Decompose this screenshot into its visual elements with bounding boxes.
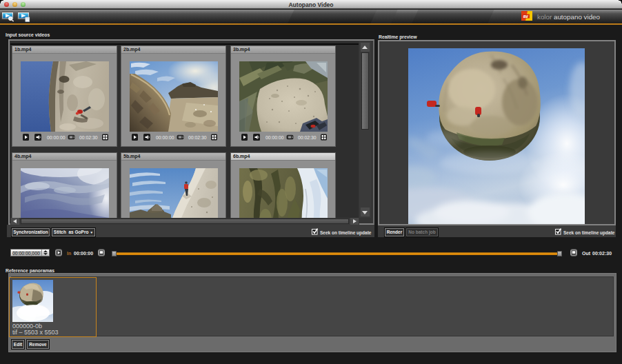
svg-text:00:00:00: 00:00:00 bbox=[156, 135, 174, 140]
svg-text:av: av bbox=[523, 14, 529, 19]
svg-text:00:02:30: 00:02:30 bbox=[298, 135, 317, 140]
svg-text:00:00:00: 00:00:00 bbox=[265, 135, 284, 140]
svg-text:00:02:30: 00:02:30 bbox=[188, 135, 207, 140]
svg-text:00:02:30: 00:02:30 bbox=[79, 135, 98, 140]
svg-text:00:00:00: 00:00:00 bbox=[47, 135, 66, 140]
